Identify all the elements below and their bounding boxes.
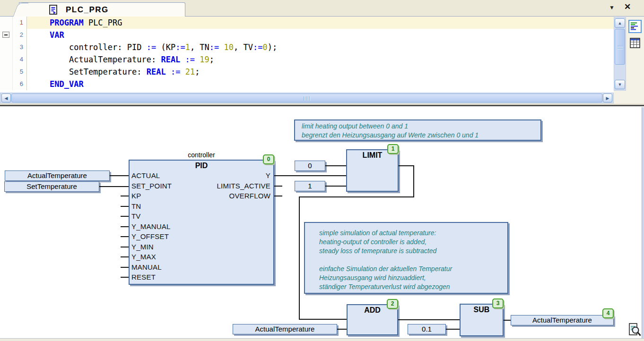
scroll-left-icon: ◀ bbox=[5, 96, 8, 101]
scroll-left-button[interactable]: ◀ bbox=[1, 94, 11, 102]
comment-line bbox=[319, 256, 505, 264]
scrollbar-corner bbox=[614, 91, 626, 103]
wire[interactable] bbox=[299, 196, 300, 320]
thumb-grip-icon bbox=[304, 96, 310, 101]
tab-list-dropdown-icon[interactable]: ▼ bbox=[609, 4, 615, 11]
comment-line: Heizungsausgang wird hinzuaddiert, bbox=[319, 273, 505, 282]
line-number: 5 bbox=[13, 66, 27, 78]
comment-simulation[interactable]: simple simulation of actual temperature:… bbox=[304, 222, 508, 294]
code-text[interactable]: VAR bbox=[27, 29, 614, 41]
output-pin-label: OVERFLOW bbox=[129, 192, 270, 200]
code-text[interactable]: SetTemperature: REAL := 21; bbox=[27, 66, 614, 78]
code-text[interactable]: controller: PID := (KP:=1, TN:= 10, TV:=… bbox=[27, 41, 614, 53]
scroll-right-button[interactable]: ▶ bbox=[603, 94, 612, 102]
code-segment-pl: (KP bbox=[156, 43, 175, 52]
input-pin-label: Y_MIN bbox=[131, 243, 154, 251]
code-line-4[interactable]: 4 ActualTemperature: REAL := 19; bbox=[0, 53, 614, 66]
tab-plc-prg[interactable]: PLC_PRG bbox=[19, 2, 185, 17]
input-box-in-actual-pid[interactable]: ActualTemperature bbox=[5, 170, 110, 181]
input-box-const-min[interactable]: 0 bbox=[295, 161, 325, 171]
output-box-out-actual[interactable]: ActualTemperature bbox=[511, 315, 614, 325]
wire bbox=[121, 256, 129, 257]
wire[interactable] bbox=[446, 329, 460, 330]
comment-limit-heating[interactable]: limit heating output between 0 and 1begr… bbox=[294, 119, 541, 141]
wire bbox=[274, 196, 282, 196]
wire bbox=[121, 247, 129, 247]
code-segment-num: 0 bbox=[262, 43, 267, 52]
close-icon[interactable]: ✕ bbox=[624, 2, 631, 12]
code-segment-pl: PLC_PRG bbox=[84, 18, 122, 27]
collapse-minus-icon[interactable] bbox=[2, 32, 9, 38]
input-box-in-actual-add[interactable]: ActualTemperature bbox=[233, 324, 337, 334]
declaration-editor[interactable]: 1PROGRAM PLC_PRG2VAR3 controller: PID :=… bbox=[0, 17, 614, 93]
input-pin-label: RESET bbox=[131, 273, 156, 281]
code-segment-kw: REAL bbox=[161, 55, 180, 64]
declaration-table-view-button[interactable] bbox=[630, 38, 640, 48]
comment-line: ständiger Temperaturverlust wird abgezog… bbox=[319, 282, 505, 291]
code-text[interactable]: END_VAR bbox=[27, 78, 614, 90]
wire[interactable] bbox=[413, 165, 414, 197]
code-segment-pl bbox=[180, 67, 185, 77]
editor-view-toolbar bbox=[626, 17, 644, 103]
horizontal-scroll-thumb[interactable] bbox=[11, 94, 602, 102]
code-segment-num: 21 bbox=[185, 67, 195, 77]
code-line-6[interactable]: 6END_VAR bbox=[0, 78, 614, 90]
sub-function-block[interactable]: SUB bbox=[460, 304, 504, 336]
code-segment-pl: ActualTemperature: bbox=[50, 55, 161, 64]
wire[interactable] bbox=[299, 196, 414, 197]
input-box-in-set-pid[interactable]: SetTemperature bbox=[4, 181, 99, 192]
minus-glyph bbox=[4, 34, 8, 35]
code-line-1[interactable]: 1PROGRAM PLC_PRG bbox=[0, 17, 614, 29]
wire bbox=[121, 216, 129, 217]
code-line-5[interactable]: 5 SetTemperature: REAL := 21; bbox=[0, 66, 614, 78]
code-segment-op: := bbox=[147, 43, 156, 52]
comment-line: simple simulation of actual temperature: bbox=[319, 229, 505, 238]
code-segment-num: 1 bbox=[185, 43, 190, 52]
line-number: 6 bbox=[13, 78, 27, 90]
wire[interactable] bbox=[274, 175, 346, 176]
execution-order-badge: 3 bbox=[492, 298, 504, 308]
magnifier-document-icon bbox=[628, 322, 642, 338]
vertical-scrollbar[interactable]: ▲ ▼ bbox=[614, 17, 626, 91]
wire[interactable] bbox=[325, 165, 346, 166]
wire[interactable] bbox=[299, 319, 347, 320]
input-box-const-max[interactable]: 1 bbox=[295, 181, 325, 191]
wire[interactable] bbox=[399, 165, 414, 166]
wire[interactable] bbox=[398, 319, 460, 320]
scroll-down-button[interactable]: ▼ bbox=[615, 80, 625, 89]
line-number: 4 bbox=[13, 53, 27, 66]
wire[interactable] bbox=[110, 175, 129, 176]
scroll-up-button[interactable]: ▲ bbox=[615, 18, 625, 28]
editor-splitter[interactable] bbox=[0, 103, 644, 107]
wire bbox=[121, 267, 129, 268]
limit-function-block[interactable]: LIMIT bbox=[346, 149, 399, 192]
code-text[interactable]: PROGRAM PLC_PRG bbox=[27, 17, 614, 29]
code-segment-pl: ); bbox=[268, 43, 277, 52]
vertical-scroll-thumb[interactable] bbox=[615, 29, 625, 65]
wire[interactable] bbox=[99, 186, 129, 187]
input-pin-label: MANUAL bbox=[131, 263, 162, 272]
code-segment-pl bbox=[219, 43, 224, 52]
horizontal-scrollbar[interactable]: ◀ ▶ bbox=[0, 93, 614, 103]
cfc-zoom-button[interactable] bbox=[628, 322, 642, 338]
code-segment-pl bbox=[180, 55, 185, 64]
input-box-const-loss[interactable]: 0.1 bbox=[408, 324, 446, 334]
text-view-icon bbox=[630, 22, 640, 31]
wire[interactable] bbox=[325, 186, 346, 187]
wire[interactable] bbox=[504, 320, 511, 321]
code-line-3[interactable]: 3 controller: PID := (KP:=1, TN:= 10, TV… bbox=[0, 41, 614, 53]
block-type-label: PID bbox=[130, 162, 273, 170]
code-segment-num: 19 bbox=[200, 55, 209, 64]
wire[interactable] bbox=[337, 329, 347, 330]
scroll-down-icon: ▼ bbox=[618, 82, 622, 87]
code-lines: 1PROGRAM PLC_PRG2VAR3 controller: PID :=… bbox=[0, 17, 614, 90]
declaration-text-view-button[interactable] bbox=[628, 20, 642, 33]
scroll-up-icon: ▲ bbox=[618, 21, 622, 26]
fold-margin bbox=[0, 78, 13, 90]
code-text[interactable]: ActualTemperature: REAL := 19; bbox=[27, 53, 614, 66]
execution-order-badge: 4 bbox=[602, 308, 614, 318]
code-line-2[interactable]: 2VAR bbox=[0, 29, 614, 41]
execution-order-badge: 0 bbox=[263, 154, 274, 164]
comment-line: begrenzt den Heizungsausgang auf Werte z… bbox=[302, 131, 539, 140]
table-view-icon bbox=[630, 38, 640, 48]
